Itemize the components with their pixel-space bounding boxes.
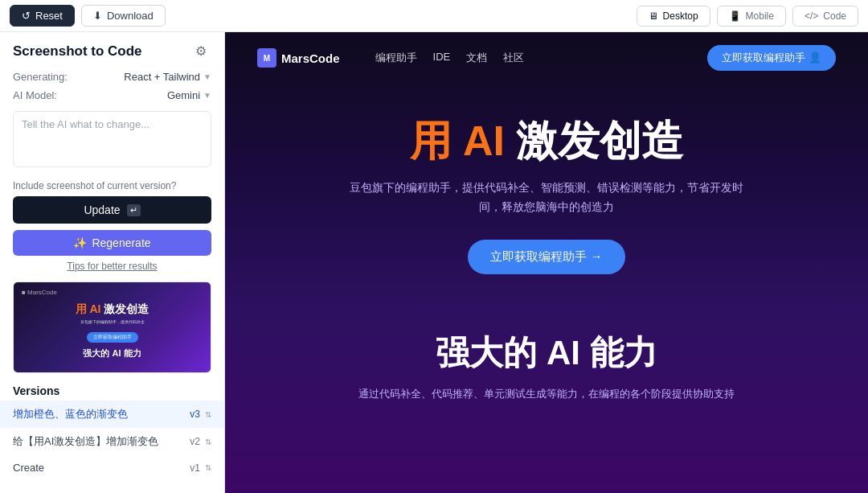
logo-text: MarsCode (281, 51, 340, 65)
chevron-down-icon: ▼ (203, 72, 211, 81)
desktop-label: Desktop (663, 10, 698, 22)
thumb-hero-title: 用 AI 激发创造 (72, 302, 153, 316)
generating-field: Generating: React + Tailwind ▼ (0, 68, 224, 86)
preview-nav: M MarsCode 编程助手 IDE 文档 社区 立即获取编程助手 👤 (225, 32, 868, 84)
hero-title-orange: 用 AI (410, 117, 505, 164)
version-name-v3: 增加橙色、蓝色的渐变色 (13, 407, 190, 421)
nav-link-1[interactable]: 编程助手 (375, 51, 417, 65)
change-instruction-input[interactable] (13, 111, 211, 167)
preview-hero: 用 AI 激发创造 豆包旗下的编程助手，提供代码补全、智能预测、错误检测等能力，… (225, 84, 868, 298)
version-name-v1: Create (13, 462, 190, 474)
version-item-v3[interactable]: 增加橙色、蓝色的渐变色 v3 ⇅ (0, 401, 224, 428)
thumb-section-title: 强大的 AI 能力 (72, 347, 153, 359)
section2-subtitle: 通过代码补全、代码推荐、单元测试生成等能力，在编程的各个阶段提供协助支持 (346, 385, 747, 403)
section2-title: 强大的 AI 能力 (257, 331, 836, 376)
reset-icon: ↺ (22, 10, 31, 22)
ai-model-value: Gemini (167, 89, 200, 101)
version-chevron-v3: ⇅ (205, 410, 211, 419)
hero-cta-label: 立即获取编程助手 → (490, 249, 602, 265)
ai-model-selector[interactable]: Gemini ▼ (167, 89, 211, 101)
thumb-title-white: 激发创造 (104, 302, 149, 315)
regenerate-button[interactable]: ✨ Regenerate (13, 230, 211, 256)
reset-label: Reset (35, 10, 63, 22)
sparkle-icon: ✨ (73, 236, 87, 249)
original-screenshot-thumbnail: ■ MarsCode 用 AI 激发创造 豆包旗下的编程助手，提供代码补全 立即… (13, 281, 211, 373)
tips-link[interactable]: Tips for better results (0, 259, 224, 278)
version-name-v2: 给【用AI激发创造】增加渐变色 (13, 434, 190, 449)
ai-model-field: AI Model: Gemini ▼ (0, 86, 224, 105)
settings-icon[interactable]: ⚙ (195, 43, 211, 60)
sidebar-header: Screenshot to Code ⚙ (0, 32, 224, 68)
preview-nav-links: 编程助手 IDE 文档 社区 (375, 51, 525, 65)
preview-logo: M MarsCode (257, 48, 340, 68)
generating-value-selector[interactable]: React + Tailwind ▼ (124, 71, 211, 83)
include-screenshot-text: Include screenshot of current version? (0, 177, 224, 196)
chevron-down-icon-2: ▼ (203, 91, 211, 100)
preview-area: M MarsCode 编程助手 IDE 文档 社区 立即获取编程助手 👤 用 A… (225, 32, 868, 493)
mobile-view-button[interactable]: 📱 Mobile (717, 6, 786, 27)
main-layout: Screenshot to Code ⚙ Generating: React +… (0, 32, 868, 493)
desktop-icon: 🖥 (649, 10, 658, 22)
thumb-logo: ■ MarsCode (22, 289, 57, 296)
preview-section2: 强大的 AI 能力 通过代码补全、代码推荐、单元测试生成等能力，在编程的各个阶段… (225, 298, 868, 427)
nav-cta-button[interactable]: 立即获取编程助手 👤 (707, 45, 836, 71)
thumb-subtitle: 豆包旗下的编程助手，提供代码补全 (72, 319, 153, 324)
mobile-label: Mobile (746, 10, 774, 22)
topbar-left: ↺ Reset ⬇ Download (10, 5, 166, 27)
version-item-v1[interactable]: Create v1 ⇅ (0, 455, 224, 480)
hero-cta-button[interactable]: 立即获取编程助手 → (468, 240, 624, 274)
hero-title: 用 AI 激发创造 (257, 116, 836, 166)
thumb-title-orange: 用 AI (76, 302, 101, 315)
update-button[interactable]: Update ↵ (13, 196, 211, 224)
version-badge-v1: v1 (190, 462, 200, 474)
download-label: Download (107, 10, 154, 22)
version-badge-v2: v2 (190, 436, 200, 447)
thumb-content: 用 AI 激发创造 豆包旗下的编程助手，提供代码补全 立即获取编程助手 强大的 … (64, 302, 161, 359)
ai-model-label: AI Model: (13, 89, 57, 101)
sidebar-title: Screenshot to Code (13, 43, 142, 60)
nav-link-2[interactable]: IDE (433, 51, 451, 65)
desktop-view-button[interactable]: 🖥 Desktop (637, 6, 710, 27)
change-instruction-wrap (0, 105, 224, 177)
code-view-button[interactable]: </> Code (792, 6, 858, 27)
versions-label: Versions (0, 380, 224, 401)
version-chevron-v2: ⇅ (205, 438, 211, 446)
code-icon: </> (805, 10, 818, 22)
thumb-cta-btn: 立即获取编程助手 (87, 332, 138, 343)
download-button[interactable]: ⬇ Download (81, 5, 166, 27)
regenerate-label: Regenerate (92, 236, 150, 249)
update-label: Update (84, 203, 120, 216)
hero-subtitle: 豆包旗下的编程助手，提供代码补全、智能预测、错误检测等能力，节省开发时间，释放您… (346, 179, 747, 217)
download-icon: ⬇ (93, 10, 102, 22)
mobile-icon: 📱 (729, 10, 741, 22)
logo-image: M (257, 48, 276, 68)
code-label: Code (823, 10, 846, 22)
nav-cta-label: 立即获取编程助手 👤 (722, 51, 821, 65)
topbar-right: 🖥 Desktop 📱 Mobile </> Code (637, 6, 858, 27)
generating-label: Generating: (13, 71, 68, 83)
topbar: ↺ Reset ⬇ Download 🖥 Desktop 📱 Mobile </… (0, 0, 868, 32)
generating-value: React + Tailwind (124, 71, 200, 83)
thumbnail-image: ■ MarsCode 用 AI 激发创造 豆包旗下的编程助手，提供代码补全 立即… (14, 282, 211, 373)
reset-button[interactable]: ↺ Reset (10, 5, 75, 27)
sidebar: Screenshot to Code ⚙ Generating: React +… (0, 32, 225, 493)
version-item-v2[interactable]: 给【用AI激发创造】增加渐变色 v2 ⇅ (0, 428, 224, 455)
version-badge-v3: v3 (190, 409, 200, 420)
nav-link-4[interactable]: 社区 (503, 51, 524, 65)
nav-link-3[interactable]: 文档 (466, 51, 487, 65)
version-chevron-v1: ⇅ (205, 463, 211, 472)
enter-icon: ↵ (127, 204, 141, 216)
hero-title-white: 激发创造 (516, 117, 683, 164)
preview-content: M MarsCode 编程助手 IDE 文档 社区 立即获取编程助手 👤 用 A… (225, 32, 868, 493)
